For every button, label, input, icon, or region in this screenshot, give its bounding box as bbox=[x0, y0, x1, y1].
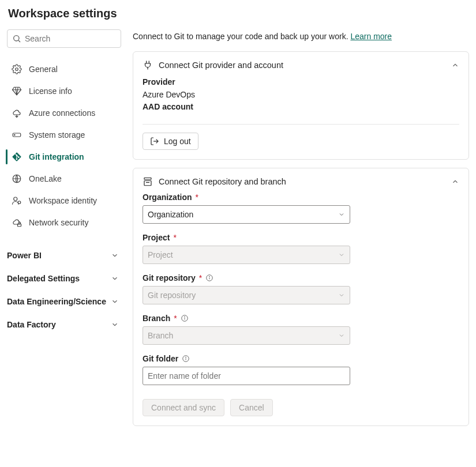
folder-input[interactable] bbox=[148, 371, 345, 381]
sidebar-item-label: General bbox=[29, 65, 58, 74]
section-label: Data Factory bbox=[7, 320, 56, 329]
sidebar-item-azure[interactable]: Azure connections bbox=[7, 102, 121, 124]
section-data-factory[interactable]: Data Factory bbox=[7, 313, 121, 336]
diamond-icon bbox=[12, 86, 22, 96]
gear-icon bbox=[12, 64, 22, 74]
search-field[interactable] bbox=[7, 29, 121, 48]
required-marker: * bbox=[173, 233, 176, 242]
sidebar-item-general[interactable]: General bbox=[7, 58, 121, 80]
section-delegated[interactable]: Delegated Settings bbox=[7, 267, 121, 290]
logout-icon bbox=[150, 137, 159, 146]
connect-sync-button: Connect and sync bbox=[143, 399, 224, 416]
sidebar-item-onelake[interactable]: OneLake bbox=[7, 168, 121, 190]
card-title: Connect Git provider and account bbox=[159, 61, 283, 70]
chevron-down-icon bbox=[338, 211, 345, 218]
section-label: Data Engineering/Science bbox=[7, 297, 106, 306]
page-title: Workspace settings bbox=[0, 0, 476, 29]
git-icon bbox=[12, 152, 22, 162]
chevron-down-icon bbox=[338, 251, 345, 258]
plug-icon bbox=[143, 60, 153, 70]
search-input[interactable] bbox=[25, 34, 116, 43]
main-content: Connect to Git to manage your code and b… bbox=[133, 29, 469, 434]
repo-select: Git repository bbox=[143, 286, 350, 304]
provider-info: Provider Azure DevOps AAD account bbox=[143, 76, 459, 114]
select-placeholder: Branch bbox=[148, 331, 173, 340]
sidebar-item-label: License info bbox=[29, 86, 72, 96]
svg-point-7 bbox=[18, 201, 21, 204]
cloud-lock-icon bbox=[12, 217, 22, 228]
cancel-button: Cancel bbox=[230, 399, 273, 416]
chevron-down-icon bbox=[338, 292, 345, 299]
branch-select: Branch bbox=[143, 326, 350, 345]
provider-value: Azure DevOps bbox=[143, 90, 195, 99]
aad-label: AAD account bbox=[143, 102, 193, 111]
svg-point-6 bbox=[14, 197, 17, 201]
sidebar-item-label: Workspace identity bbox=[29, 196, 97, 205]
section-label: Delegated Settings bbox=[7, 274, 80, 283]
globe-icon bbox=[12, 174, 22, 184]
chevron-down-icon bbox=[111, 321, 119, 329]
project-select: Project bbox=[143, 246, 350, 264]
sidebar-item-label: Network security bbox=[29, 218, 88, 227]
info-icon[interactable] bbox=[205, 274, 213, 282]
field-folder: Git folder bbox=[143, 354, 459, 385]
sidebar: General License info Azure connections S… bbox=[7, 29, 121, 434]
required-marker: * bbox=[174, 314, 177, 323]
chevron-up-icon bbox=[451, 61, 459, 69]
sidebar-item-label: System storage bbox=[29, 130, 85, 140]
svg-point-21 bbox=[186, 357, 186, 357]
info-icon[interactable] bbox=[181, 314, 189, 322]
required-marker: * bbox=[199, 273, 202, 283]
card-git-repo: Connect Git repository and branch Organi… bbox=[133, 168, 469, 426]
sidebar-item-license[interactable]: License info bbox=[7, 80, 121, 102]
divider bbox=[143, 124, 459, 125]
field-repo: Git repository * Git repository bbox=[143, 273, 459, 304]
card-git-provider: Connect Git provider and account Provide… bbox=[133, 51, 469, 160]
info-icon[interactable] bbox=[182, 355, 190, 363]
required-marker: * bbox=[196, 193, 198, 202]
sidebar-item-git[interactable]: Git integration bbox=[7, 146, 121, 168]
svg-rect-10 bbox=[144, 178, 151, 179]
card-title: Connect Git repository and branch bbox=[159, 177, 286, 186]
branch-label: Branch bbox=[143, 314, 170, 323]
field-branch: Branch * Branch bbox=[143, 314, 459, 345]
logout-label: Log out bbox=[164, 137, 191, 146]
folder-input-wrap[interactable] bbox=[143, 367, 350, 385]
card-header[interactable]: Connect Git repository and branch bbox=[133, 168, 468, 193]
card-header[interactable]: Connect Git provider and account bbox=[133, 52, 468, 76]
svg-point-4 bbox=[14, 134, 16, 135]
section-power-bi[interactable]: Power BI bbox=[7, 244, 121, 267]
select-placeholder: Git repository bbox=[148, 291, 196, 300]
provider-label: Provider bbox=[143, 77, 175, 86]
logout-button[interactable]: Log out bbox=[143, 133, 198, 150]
sidebar-item-identity[interactable]: Workspace identity bbox=[7, 190, 121, 212]
sidebar-item-storage[interactable]: System storage bbox=[7, 124, 121, 146]
learn-more-link[interactable]: Learn more bbox=[350, 32, 392, 41]
storage-icon bbox=[12, 130, 22, 140]
org-label: Organization bbox=[143, 193, 192, 202]
search-icon bbox=[12, 34, 21, 43]
sidebar-item-label: Git integration bbox=[29, 152, 84, 161]
sidebar-nav: General License info Azure connections S… bbox=[7, 58, 121, 233]
organization-select[interactable]: Organization bbox=[143, 205, 350, 224]
repo-label: Git repository bbox=[143, 273, 196, 283]
select-placeholder: Project bbox=[148, 250, 173, 259]
project-label: Project bbox=[143, 233, 170, 242]
intro-text: Connect to Git to manage your code and b… bbox=[133, 29, 469, 41]
chevron-down-icon bbox=[111, 251, 119, 259]
repo-icon bbox=[143, 176, 153, 187]
chevron-down-icon bbox=[111, 274, 119, 283]
chevron-down-icon bbox=[338, 332, 345, 339]
field-project: Project * Project bbox=[143, 233, 459, 264]
identity-icon bbox=[12, 195, 22, 206]
chevron-down-icon bbox=[111, 297, 119, 306]
svg-point-0 bbox=[14, 36, 19, 41]
intro-body: Connect to Git to manage your code and b… bbox=[133, 32, 350, 41]
select-value: Organization bbox=[148, 210, 193, 219]
field-organization: Organization * Organization bbox=[143, 193, 459, 224]
section-data-eng[interactable]: Data Engineering/Science bbox=[7, 290, 121, 313]
cloud-sync-icon bbox=[12, 108, 22, 118]
svg-point-2 bbox=[16, 68, 18, 71]
sidebar-item-network[interactable]: Network security bbox=[7, 212, 121, 233]
folder-label: Git folder bbox=[143, 354, 178, 363]
